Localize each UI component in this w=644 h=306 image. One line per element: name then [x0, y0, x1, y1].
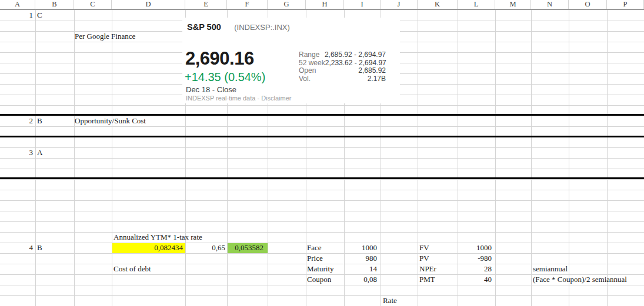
cell-pmt-formula-note[interactable]: (Face * Coupon)/2 semiannual [533, 274, 627, 285]
column-header-i[interactable]: I [344, 0, 381, 9]
index-name: S&P 500 [187, 22, 221, 32]
stat-value: 2,685.92 - 2,694.97 [325, 51, 386, 59]
gridline-horizontal [0, 232, 644, 233]
cell-fv-label[interactable]: FV [419, 243, 429, 253]
gridline-horizontal [0, 243, 644, 243]
cell-coupon-label[interactable]: Coupon [307, 274, 331, 285]
gridline-horizontal [0, 169, 644, 169]
gridline-horizontal [0, 221, 644, 222]
stat-value: 2,685.92 [358, 67, 386, 75]
column-header-o[interactable]: O [569, 0, 607, 9]
cell-a-row3-number[interactable]: 3 [29, 147, 34, 158]
gridline-horizontal [0, 190, 644, 190]
gridline-horizontal [0, 211, 644, 211]
cell-coupon-value[interactable]: 0,08 [363, 274, 377, 285]
section-border-3 [0, 177, 644, 179]
cell-pmt-label[interactable]: PMT [419, 274, 435, 285]
column-header-b[interactable]: B [35, 0, 74, 9]
stat-52week: 52 week 2,233.62 - 2,694.97 [299, 59, 386, 68]
column-header-c[interactable]: C [74, 0, 112, 9]
cell-pv-value[interactable]: -980 [478, 253, 492, 264]
cell-a-row2-number[interactable]: 2 [29, 116, 34, 126]
cell-semiannual-note[interactable]: semiannual [533, 264, 568, 274]
index-change: +14.35 (0.54%) [185, 70, 265, 84]
cell-one-minus-tax[interactable]: 0,65 [212, 243, 225, 253]
quote-stats: Range 2,685.92 - 2,694.97 52 week 2,233.… [299, 51, 386, 83]
gridline-horizontal [0, 147, 644, 148]
cell-maturity-label[interactable]: Maturity [307, 264, 334, 274]
stat-label: Range [299, 51, 319, 59]
quote-date: Dec 18 - Close [186, 85, 236, 94]
cell-face-value[interactable]: 1000 [362, 243, 377, 253]
gridline-horizontal [0, 295, 644, 296]
cell-nper-value[interactable]: 28 [484, 264, 492, 274]
column-header-f[interactable]: F [227, 0, 268, 9]
cell-rate-label[interactable]: Rate [383, 295, 397, 306]
index-ticker: (INDEXSP:.INX) [234, 23, 290, 32]
gridline-horizontal [0, 285, 644, 285]
cell-b-row4-letter[interactable]: B [37, 243, 42, 253]
stat-value: 2,233.62 - 2,694.97 [325, 59, 386, 68]
cell-pmt-value[interactable]: 40 [484, 274, 492, 285]
cell-ytm-value[interactable]: 0,082434 [154, 243, 183, 253]
column-header-j[interactable]: J [381, 0, 418, 9]
gridline-horizontal [0, 158, 644, 159]
stat-open: Open 2,685.92 [299, 67, 386, 75]
column-header-d[interactable]: D [112, 0, 185, 9]
cell-opportunity-sunk-cost[interactable]: Opportunity/Sunk Cost [75, 116, 146, 126]
cell-price-value[interactable]: 980 [366, 253, 378, 264]
gridline-horizontal [0, 105, 644, 106]
column-header-h[interactable]: H [306, 0, 344, 9]
google-finance-widget[interactable]: S&P 500 (INDEXSP:.INX) 2,690.16 +14.35 (… [182, 18, 400, 103]
gridline-horizontal [0, 179, 644, 180]
cell-pv-label[interactable]: PV [419, 253, 429, 264]
column-header-a[interactable]: A [0, 0, 35, 9]
column-header-m[interactable]: M [495, 0, 531, 9]
column-header-k[interactable]: K [418, 0, 458, 9]
stat-range: Range 2,685.92 - 2,694.97 [299, 51, 386, 59]
cell-b-row2-letter[interactable]: B [37, 116, 42, 126]
cell-nper-label[interactable]: NPEr [419, 264, 436, 274]
cell-price-label[interactable]: Price [307, 253, 323, 264]
column-header-n[interactable]: N [531, 0, 569, 9]
column-header-g[interactable]: G [268, 0, 306, 9]
stat-label: Open [299, 67, 316, 75]
gridline-horizontal [0, 200, 644, 201]
widget-title-row: S&P 500 (INDEXSP:.INX) [187, 22, 290, 32]
stat-volume: Vol. 2.17B [299, 75, 386, 83]
cell-fv-value[interactable]: 1000 [476, 243, 492, 253]
section-border-2 [0, 136, 644, 137]
cell-b1-letter[interactable]: C [37, 10, 42, 21]
gridline-horizontal [0, 126, 644, 127]
column-header-e[interactable]: E [185, 0, 227, 9]
column-header-l[interactable]: L [458, 0, 495, 9]
index-price: 2,690.16 [185, 48, 254, 69]
cell-cost-of-debt-label[interactable]: Cost of debt [114, 264, 151, 274]
stat-label: Vol. [299, 75, 311, 83]
cell-annualized-ytm-label[interactable]: Annualized YTM* 1-tax rate [114, 232, 202, 243]
column-header-p[interactable]: P [607, 0, 644, 9]
spreadsheet[interactable]: ABCDEFGHIJKLMNOP 1 C Per Google Finance … [0, 0, 644, 306]
cell-a1-number[interactable]: 1 [29, 10, 34, 21]
cell-maturity-value[interactable]: 14 [369, 264, 377, 274]
column-header-row: ABCDEFGHIJKLMNOP [0, 0, 644, 10]
cell-after-tax-cost[interactable]: 0,053582 [235, 243, 263, 253]
stat-value: 2.17B [368, 75, 386, 83]
cell-a-row4-number[interactable]: 4 [29, 243, 34, 253]
cell-face-label[interactable]: Face [307, 243, 322, 253]
cell-b-row3-letter[interactable]: A [37, 147, 42, 158]
stat-label: 52 week [299, 59, 325, 68]
data-disclaimer: INDEXSP real-time data - Disclaimer [186, 95, 292, 102]
cell-per-google-finance[interactable]: Per Google Finance [75, 31, 135, 42]
